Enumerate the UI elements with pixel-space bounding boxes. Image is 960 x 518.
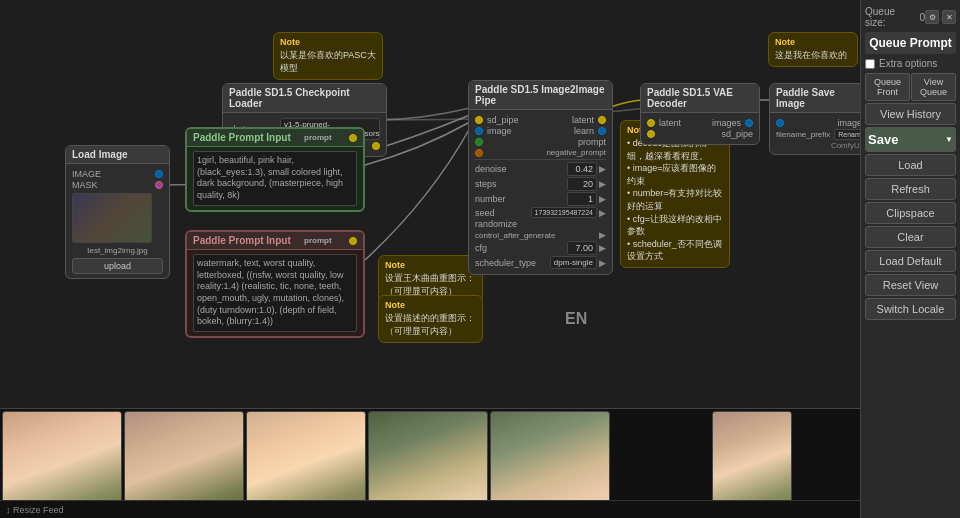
save-dropdown-arrow: ▼	[945, 135, 953, 144]
note-header-4: Note	[385, 300, 476, 310]
positive-prompt-out-port	[349, 134, 357, 142]
negative-prompt-node: Paddle Prompt Input prompt watermark, te…	[185, 230, 365, 338]
note-header-3: Note	[385, 260, 476, 270]
settings-icon-btn[interactable]: ⚙	[925, 10, 939, 24]
number-arrow[interactable]: ▶	[599, 194, 606, 204]
img2img-prompt-in-port	[475, 138, 483, 146]
queue-front-button[interactable]: Queue Front	[865, 73, 910, 101]
vae-image-out-port	[745, 119, 753, 127]
extra-options-checkbox[interactable]	[865, 59, 875, 69]
save-button[interactable]: Save ▼	[865, 127, 956, 152]
note-node-1: Note 以某是你喜欢的PASC大模型	[273, 32, 383, 80]
img2img-latent-out-port	[598, 116, 606, 124]
negative-prompt-header: Paddle Prompt Input prompt	[187, 232, 363, 250]
note-text: 以某是你喜欢的PASC大模型	[280, 49, 376, 75]
canvas-area[interactable]: Note 以某是你喜欢的PASC大模型 Note 这是我在你喜欢的 Note •…	[0, 0, 860, 518]
close-icon-btn[interactable]: ✕	[942, 10, 956, 24]
negative-prompt-out-port	[349, 237, 357, 245]
note-node-4: Note 设置描述的的重图示：（可理显可内容）	[378, 295, 483, 343]
view-history-button[interactable]: View History	[865, 103, 956, 125]
img2img-pipe-header: Paddle SD1.5 Image2Image Pipe	[469, 81, 612, 110]
load-image-node: Load Image IMAGE MASK test_img2img.jpg u…	[65, 145, 170, 279]
reset-view-button[interactable]: Reset View	[865, 274, 956, 296]
note-header: Note	[280, 37, 376, 47]
view-queue-button[interactable]: View Queue	[911, 73, 956, 101]
img2img-sd-in-port	[475, 116, 483, 124]
note-text-5: • decode是图像的精细，越深看看程度。 • image=应该看图像的约束 …	[627, 137, 723, 263]
control-after-arrow[interactable]: ▶	[599, 230, 606, 240]
save-image-header: Paddle Save Image	[770, 84, 860, 113]
en-label: EN	[565, 310, 587, 328]
scheduler-arrow[interactable]: ▶	[599, 258, 606, 268]
save-image-in-port	[776, 119, 784, 127]
comfy-label: ComfyUI	[776, 141, 860, 150]
img2img-neg-in-port	[475, 149, 483, 157]
queue-header: Queue size: 0 ⚙ ✕	[865, 4, 956, 30]
img2img-pipe-node: Paddle SD1.5 Image2Image Pipe sd_pipe la…	[468, 80, 613, 275]
load-image-header: Load Image	[66, 146, 169, 164]
load-image-filename: test_img2img.jpg	[72, 246, 163, 255]
vae-decoder-node: Paddle SD1.5 VAE Decoder latent images s…	[640, 83, 760, 145]
queue-size: Queue size: 0	[865, 6, 925, 28]
checkpoint-out-port	[372, 142, 380, 150]
queue-front-row: Queue Front View Queue	[865, 73, 956, 101]
switch-locale-button[interactable]: Switch Locale	[865, 298, 956, 320]
note-node-2: Note 这是我在你喜欢的	[768, 32, 858, 67]
load-image-out-port	[155, 170, 163, 178]
queue-size-label: Queue size:	[865, 6, 916, 28]
vae-latent-in-port	[647, 119, 655, 127]
vae-sd-in-port	[647, 130, 655, 138]
extra-options-label: Extra options	[879, 58, 937, 69]
upload-button[interactable]: upload	[72, 258, 163, 274]
refresh-button[interactable]: Refresh	[865, 178, 956, 200]
queue-prompt-title: Queue Prompt	[865, 32, 956, 54]
load-mask-out-port	[155, 181, 163, 189]
note-text-4: 设置描述的的重图示：（可理显可内容）	[385, 312, 476, 338]
load-default-button[interactable]: Load Default	[865, 250, 956, 272]
positive-prompt-node: Paddle Prompt Input prompt 1girl, beauti…	[185, 127, 365, 212]
steps-arrow[interactable]: ▶	[599, 179, 606, 189]
negative-prompt-text: watermark, text, worst quality, letterbo…	[193, 254, 357, 332]
cfg-arrow[interactable]: ▶	[599, 243, 606, 253]
resize-feed-label: ↕ Resize Feed	[6, 505, 64, 515]
checkpoint-loader-header: Paddle SD1.5 Checkpoint Loader	[223, 84, 386, 113]
clipspace-button[interactable]: Clipspace	[865, 202, 956, 224]
positive-prompt-text: 1girl, beautiful, pink hair, (black_eyes…	[193, 151, 357, 206]
load-image-preview	[72, 193, 152, 243]
right-panel: Queue size: 0 ⚙ ✕ Queue Prompt Extra opt…	[860, 0, 960, 518]
denoise-arrow[interactable]: ▶	[599, 164, 606, 174]
clear-button[interactable]: Clear	[865, 226, 956, 248]
note-text-2: 这是我在你喜欢的	[775, 49, 851, 62]
note-header-2: Note	[775, 37, 851, 47]
positive-prompt-header: Paddle Prompt Input prompt	[187, 129, 363, 147]
extra-options: Extra options	[865, 56, 956, 71]
load-button[interactable]: Load	[865, 154, 956, 176]
status-bar: ↕ Resize Feed	[0, 500, 860, 518]
img2img-image-in-port	[475, 127, 483, 135]
img2img-image-out-port	[598, 127, 606, 135]
seed-arrow[interactable]: ▶	[599, 208, 606, 218]
vae-decoder-header: Paddle SD1.5 VAE Decoder	[641, 84, 759, 113]
save-image-node: Paddle Save Image image filename_prefix …	[769, 83, 860, 155]
